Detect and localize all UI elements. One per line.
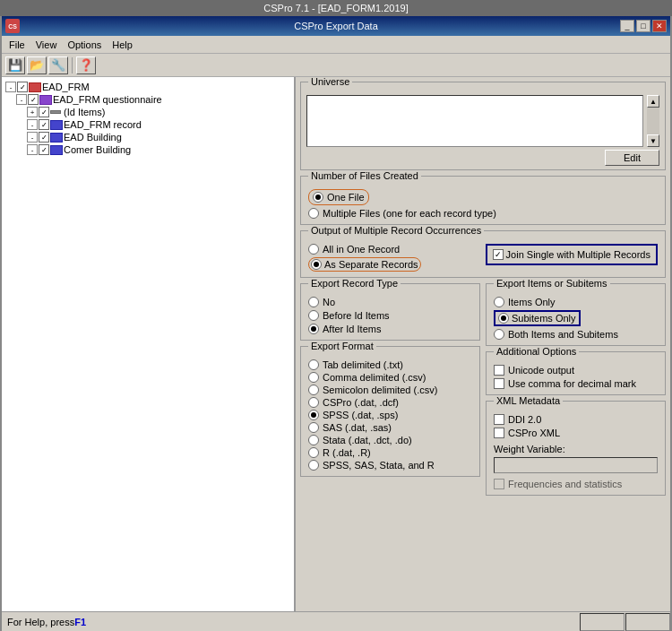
unicode-output-option[interactable]: Unicode output <box>494 365 658 376</box>
spss-all-radio[interactable] <box>308 460 319 471</box>
comma-radio[interactable] <box>308 372 319 383</box>
minimize-button[interactable]: _ <box>620 20 634 32</box>
tree-checkbox-comer[interactable]: ✓ <box>39 144 49 155</box>
stata-label: Stata (.dat, .dct, .do) <box>323 435 412 445</box>
tree-checkbox-iditems[interactable]: ✓ <box>39 107 49 117</box>
scrollbar-track <box>647 108 659 134</box>
sas-label: SAS (.dat, .sas) <box>323 422 392 433</box>
toolbar-save-button[interactable]: 🔧 <box>48 56 68 74</box>
decimal-checkbox[interactable] <box>494 378 504 389</box>
close-button[interactable]: ✕ <box>652 20 667 32</box>
expand-icon-root[interactable]: - <box>5 82 16 92</box>
tree-checkbox-root[interactable]: ✓ <box>17 82 28 92</box>
menu-help[interactable]: Help <box>107 38 138 52</box>
status-bar: For Help, press F1 <box>2 611 670 631</box>
tree-row-comer[interactable]: - ✓ Comer Building <box>27 143 290 156</box>
tree-icon-comer <box>50 145 63 155</box>
tree-row-record[interactable]: - ✓ EAD_FRM record <box>27 118 290 131</box>
tree-checkbox-record[interactable]: ✓ <box>39 119 49 130</box>
toolbar-separator <box>72 57 73 73</box>
ddi-label: DDI 2.0 <box>508 414 541 425</box>
both-items-radio[interactable] <box>494 329 504 340</box>
tree-icon-root <box>29 82 41 92</box>
semicolon-delimited-option[interactable]: Semicolon delimited (.csv) <box>308 385 472 395</box>
subitems-only-radio[interactable] <box>498 313 509 324</box>
weight-variable-input[interactable] <box>494 457 658 473</box>
tree-row-questionnaire[interactable]: - ✓ EAD_FRM questionnaire <box>16 93 290 106</box>
r-option[interactable]: R (.dat, .R) <box>308 447 472 458</box>
stata-radio[interactable] <box>308 435 319 445</box>
items-only-option[interactable]: Items Only <box>494 297 658 307</box>
before-id-option[interactable]: Before Id Items <box>308 310 472 321</box>
expand-icon-iditems[interactable]: + <box>27 107 38 117</box>
expand-icon-building[interactable]: - <box>27 132 38 143</box>
tree-row-root[interactable]: - ✓ EAD_FRM <box>5 81 290 93</box>
toolbar-new-button[interactable]: 💾 <box>5 56 25 74</box>
separate-records-option[interactable]: As Separate Records <box>308 257 421 272</box>
ddi-option[interactable]: DDI 2.0 <box>494 414 658 425</box>
menu-file[interactable]: File <box>4 38 30 52</box>
tree-row-building[interactable]: - ✓ EAD Building <box>27 131 290 143</box>
tab-radio[interactable] <box>308 359 319 370</box>
toolbar: 💾 📂 🔧 ❓ <box>2 54 670 77</box>
expand-icon-quest[interactable]: - <box>16 94 27 105</box>
expand-icon-comer[interactable]: - <box>27 144 38 155</box>
tree-checkbox-building[interactable]: ✓ <box>39 132 49 143</box>
toolbar-open-button[interactable]: 📂 <box>27 56 47 74</box>
unicode-label: Unicode output <box>508 365 574 376</box>
spss-radio[interactable] <box>308 410 319 420</box>
unicode-checkbox[interactable] <box>494 365 504 376</box>
before-id-label: Before Id Items <box>323 310 390 321</box>
all-in-one-option[interactable]: All in One Record <box>308 244 421 255</box>
both-items-option[interactable]: Both Items and Subitems <box>494 329 658 340</box>
comma-delimited-option[interactable]: Comma delimited (.csv) <box>308 372 472 383</box>
items-only-label: Items Only <box>508 297 556 307</box>
toolbar-help-button[interactable]: ❓ <box>76 56 96 74</box>
output-multiple-group: Output of Multiple Record Occurrences Al… <box>300 230 666 278</box>
subitems-only-option[interactable]: Subitems Only <box>494 310 658 326</box>
one-file-label: One File <box>327 192 365 203</box>
no-radio[interactable] <box>308 297 319 307</box>
cspro-xml-checkbox[interactable] <box>494 428 504 438</box>
ddi-checkbox[interactable] <box>494 414 504 425</box>
semicolon-radio[interactable] <box>308 385 319 395</box>
tree-label-iditems: (Id Items) <box>64 107 105 117</box>
one-file-option[interactable]: One File <box>308 189 658 205</box>
scrollbar-up-arrow[interactable]: ▲ <box>647 95 659 108</box>
cspro-xml-option[interactable]: CSPro XML <box>494 428 658 438</box>
r-radio[interactable] <box>308 447 319 458</box>
multiple-files-option[interactable]: Multiple Files (one for each record type… <box>308 208 658 219</box>
menu-options[interactable]: Options <box>62 38 107 52</box>
tree-row-iditems[interactable]: + ✓ (Id Items) <box>27 106 290 118</box>
spss-option[interactable]: SPSS (.dat, .sps) <box>308 410 472 420</box>
frequencies-option[interactable]: Frequencies and statistics <box>494 479 658 489</box>
one-file-radio[interactable] <box>313 192 323 203</box>
sas-radio[interactable] <box>308 422 319 433</box>
scrollbar-down-arrow[interactable]: ▼ <box>647 134 659 147</box>
multiple-files-label: Multiple Files (one for each record type… <box>323 208 496 219</box>
no-option[interactable]: No <box>308 297 472 307</box>
after-id-option[interactable]: After Id Items <box>308 324 472 334</box>
menu-view[interactable]: View <box>30 38 63 52</box>
decimal-mark-option[interactable]: Use comma for decimal mark <box>494 378 658 389</box>
after-id-radio[interactable] <box>308 324 319 334</box>
cspro-option[interactable]: CSPro (.dat, .dcf) <box>308 397 472 408</box>
items-only-radio[interactable] <box>494 297 504 307</box>
number-of-files-title: Number of Files Created <box>308 170 421 181</box>
tree-checkbox-quest[interactable]: ✓ <box>28 94 39 105</box>
sas-option[interactable]: SAS (.dat, .sas) <box>308 422 472 433</box>
before-id-radio[interactable] <box>308 310 319 321</box>
cspro-radio[interactable] <box>308 397 319 408</box>
multiple-files-radio[interactable] <box>308 208 319 219</box>
frequencies-checkbox[interactable] <box>494 479 504 489</box>
spss-all-option[interactable]: SPSS, SAS, Stata, and R <box>308 460 472 471</box>
expand-icon-record[interactable]: - <box>27 119 38 130</box>
stata-option[interactable]: Stata (.dat, .dct, .do) <box>308 435 472 445</box>
join-single-button[interactable]: ✓ Join Single with Multiple Records <box>486 244 658 265</box>
separate-records-radio[interactable] <box>311 259 322 270</box>
edit-button[interactable]: Edit <box>605 150 659 166</box>
tab-delimited-option[interactable]: Tab delimited (.txt) <box>308 359 472 370</box>
maximize-button[interactable]: □ <box>636 20 650 32</box>
universe-input[interactable] <box>306 95 643 147</box>
all-in-one-radio[interactable] <box>308 244 319 255</box>
